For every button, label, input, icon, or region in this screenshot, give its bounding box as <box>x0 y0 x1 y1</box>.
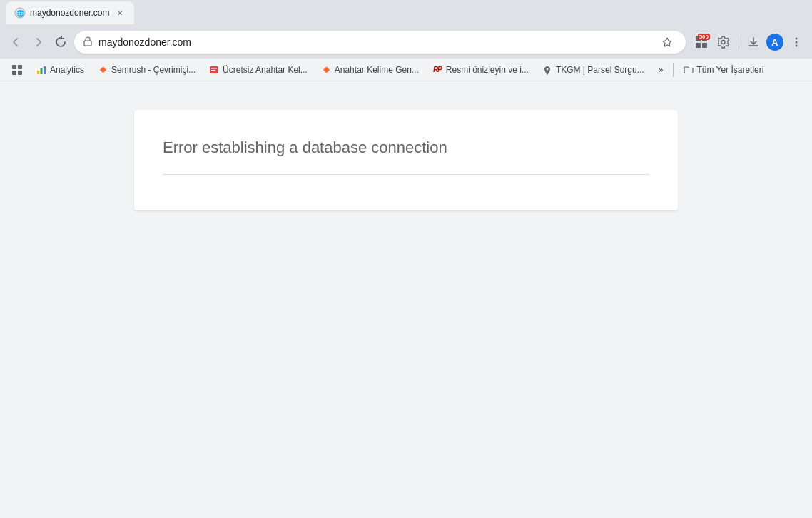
semrush-bookmark-icon: ◈ <box>97 64 108 76</box>
svg-point-10 <box>796 41 798 44</box>
apps-grid-button[interactable] <box>6 61 29 78</box>
bookmark-folder-all[interactable]: Tüm Yer İşaretleri <box>678 61 769 78</box>
bookmark-ucretsiz-label: Ücretsiz Anahtar Kel... <box>223 65 308 75</box>
svg-rect-16 <box>37 71 39 74</box>
bookmark-analytics[interactable]: Analytics <box>30 61 90 78</box>
active-tab[interactable]: 🌐 maydonozdoner.com ✕ <box>6 1 134 24</box>
bookmark-ucretsiz-anahtar[interactable]: Ücretsiz Anahtar Kel... <box>203 61 313 78</box>
browser-chrome: 🌐 maydonozdoner.com ✕ maydonozdoner.com <box>0 0 812 81</box>
svg-rect-21 <box>211 70 215 71</box>
url-text: maydonozdoner.com <box>98 36 651 48</box>
extensions-button[interactable] <box>714 32 734 52</box>
ucretsiz-bookmark-icon <box>208 64 220 76</box>
anahtar-kelime-bookmark-icon: ◈ <box>320 64 332 76</box>
back-button[interactable] <box>6 32 26 52</box>
downloads-button[interactable] <box>744 32 763 52</box>
bookmark-anahtar-kelime[interactable]: ◈ Anahtar Kelime Gen... <box>315 61 425 78</box>
bookmarks-more-label: » <box>659 65 664 75</box>
bookmark-resmi[interactable]: RP Resmi önizleyin ve i... <box>426 61 534 78</box>
resmi-bookmark-icon: RP <box>432 64 443 76</box>
svg-text:🌐: 🌐 <box>16 9 25 18</box>
error-title: Error establishing a database connection <box>163 138 649 157</box>
address-bar[interactable]: maydonozdoner.com <box>74 31 686 54</box>
bookmark-star-button[interactable] <box>657 32 677 52</box>
address-bar-row: maydonozdoner.com 500 A <box>0 26 812 59</box>
bookmark-semrush[interactable]: ◈ Semrush - Çevrimiçi... <box>91 61 201 78</box>
extension-count-badge: 500 <box>698 34 710 40</box>
tab-favicon: 🌐 <box>14 7 26 19</box>
bookmark-resmi-label: Resmi önizleyin ve i... <box>446 65 529 75</box>
svg-rect-17 <box>41 68 43 74</box>
extension-area: 500 A <box>691 32 806 52</box>
analytics-bookmark-icon <box>36 64 47 76</box>
avatar-letter: A <box>771 37 778 48</box>
bookmark-semrush-label: Semrush - Çevrimiçi... <box>111 65 196 75</box>
bookmark-anahtar-label: Anahtar Kelime Gen... <box>335 65 419 75</box>
svg-rect-7 <box>702 43 707 48</box>
address-bar-actions <box>657 32 677 52</box>
page-content: Error establishing a database connection <box>0 81 812 518</box>
bookmark-analytics-label: Analytics <box>50 65 84 75</box>
svg-point-8 <box>721 41 725 44</box>
bookmarks-more-button[interactable]: » <box>653 61 669 78</box>
svg-rect-18 <box>44 66 46 74</box>
svg-rect-15 <box>18 71 22 75</box>
svg-rect-13 <box>18 65 22 69</box>
user-avatar[interactable]: A <box>766 34 783 51</box>
svg-rect-14 <box>12 71 16 75</box>
svg-rect-20 <box>211 68 217 69</box>
bookmarks-bar: Analytics ◈ Semrush - Çevrimiçi... Ücret… <box>0 59 812 81</box>
bookmarks-divider <box>673 63 674 77</box>
svg-rect-12 <box>12 65 16 69</box>
error-divider <box>163 174 649 175</box>
tab-bar: 🌐 maydonozdoner.com ✕ <box>0 0 812 26</box>
svg-point-9 <box>796 38 798 40</box>
svg-marker-3 <box>663 38 671 46</box>
error-card: Error establishing a database connection <box>134 110 678 210</box>
toolbar-divider <box>739 35 739 49</box>
svg-rect-2 <box>84 41 91 46</box>
forward-button[interactable] <box>29 32 49 52</box>
bookmark-tkgm-label: TKGM | Parsel Sorgu... <box>556 65 644 75</box>
svg-point-11 <box>796 45 798 47</box>
tab-title: maydonozdoner.com <box>30 8 110 18</box>
lock-icon <box>83 36 93 49</box>
bookmark-folder-label: Tüm Yer İşaretleri <box>696 65 763 75</box>
bookmark-tkgm[interactable]: TKGM | Parsel Sorgu... <box>536 61 650 78</box>
tkgm-bookmark-icon <box>542 64 553 76</box>
tab-close-button[interactable]: ✕ <box>114 7 126 19</box>
reload-button[interactable] <box>51 32 71 52</box>
svg-rect-6 <box>696 43 701 48</box>
chrome-menu-button[interactable] <box>786 32 806 52</box>
extension-badge-button[interactable]: 500 <box>691 32 711 52</box>
